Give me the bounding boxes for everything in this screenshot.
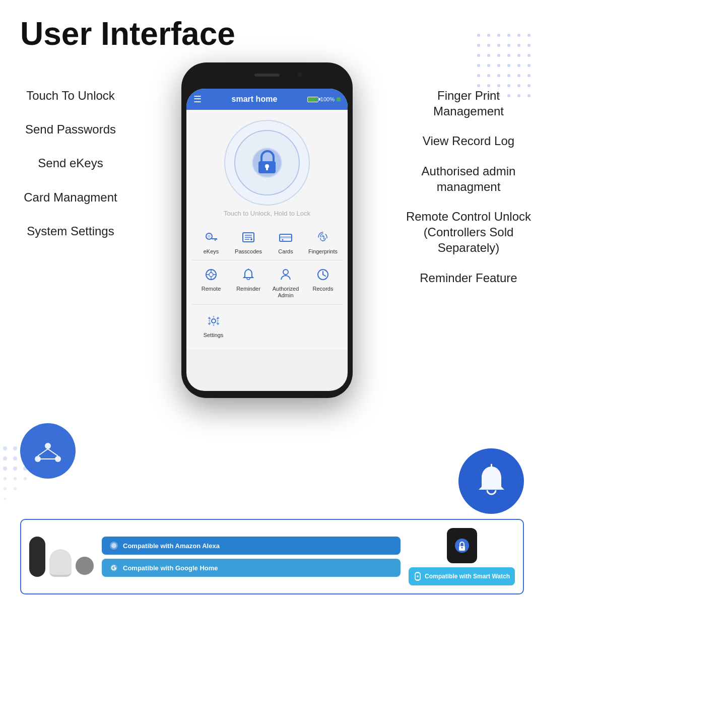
svg-point-89 <box>4 498 7 500</box>
phone-device: ☰ smart home 100% <box>181 62 353 398</box>
svg-point-56 <box>250 238 252 240</box>
feature-touch-unlock: Touch To Unlock <box>10 88 131 103</box>
reminder-label: Reminder <box>236 286 260 292</box>
authorized-admin-icon <box>277 266 295 284</box>
alexa-icon <box>109 541 119 551</box>
feature-send-ekeys: Send eKeys <box>10 155 131 171</box>
phone-column: ☰ smart home 100% <box>131 57 403 398</box>
watch-lock-icon <box>453 537 471 555</box>
svg-point-6 <box>477 44 480 47</box>
records-icon <box>314 266 332 284</box>
cards-icon <box>277 228 295 246</box>
svg-point-14 <box>497 54 500 57</box>
remote-icon <box>202 266 220 284</box>
svg-point-2 <box>497 34 500 37</box>
lock-icon <box>249 145 285 180</box>
svg-point-103 <box>461 547 462 549</box>
fingerprints-label: Fingerprints <box>308 248 338 255</box>
settings-row: Settings <box>191 306 343 345</box>
svg-rect-46 <box>266 167 268 170</box>
phone-speaker <box>254 74 280 77</box>
svg-point-87 <box>4 487 7 490</box>
feature-remote-control: Remote Control Unlock (Controllers Sold … <box>403 209 534 256</box>
app-header: ☰ smart home 100% <box>186 89 348 110</box>
svg-point-1 <box>487 34 490 37</box>
bottom-circles-row <box>10 398 534 514</box>
feature-reminder: Reminder Feature <box>403 270 534 286</box>
phone-screen: ☰ smart home 100% <box>186 89 348 391</box>
watch-section: Compatible with Smart Watch <box>409 528 515 585</box>
settings-icon <box>205 312 223 330</box>
ekeys-button[interactable]: eKeys <box>193 224 229 259</box>
battery-icon <box>307 97 318 102</box>
svg-point-13 <box>487 54 490 57</box>
feature-send-passwords: Send Passwords <box>10 121 131 137</box>
passcodes-label: Passcodes <box>235 248 262 255</box>
svg-point-84 <box>4 477 7 480</box>
network-circle <box>20 423 76 479</box>
compatibility-box: Compatible with Amazon Alexa Compatible … <box>20 519 524 594</box>
passcodes-button[interactable]: Passcodes <box>231 224 266 259</box>
hamburger-icon[interactable]: ☰ <box>193 94 202 105</box>
battery-text: 100% <box>320 96 335 102</box>
authorized-admin-button[interactable]: Authorized Admin <box>268 261 303 303</box>
svg-rect-58 <box>280 236 292 238</box>
google-home-device <box>49 549 72 577</box>
fingerprints-icon <box>314 228 332 246</box>
feature-system-settings: System Settings <box>10 223 131 239</box>
passcodes-icon <box>239 228 257 246</box>
ekeys-icon <box>202 228 220 246</box>
feature-authorised-admin: Authorised admin managment <box>403 163 534 194</box>
touch-hint: Touch to Unlock, Hold to Lock <box>224 210 310 217</box>
app-title: smart home <box>232 95 278 104</box>
reminder-button[interactable]: Reminder <box>231 261 266 303</box>
svg-point-3 <box>507 34 510 37</box>
svg-point-71 <box>212 319 216 323</box>
battery-dot <box>337 97 341 101</box>
google-badge: Compatible with Google Home <box>102 559 401 577</box>
svg-line-93 <box>38 449 48 456</box>
remote-label: Remote <box>202 286 221 292</box>
remote-button[interactable]: Remote <box>193 261 229 303</box>
cards-button[interactable]: Cards <box>268 224 303 259</box>
phone-camera <box>297 72 302 77</box>
svg-point-4 <box>517 34 520 37</box>
authorized-admin-label: Authorized Admin <box>270 286 301 299</box>
svg-point-61 <box>209 273 213 277</box>
bell-icon-large <box>473 462 510 500</box>
google-label: Compatible with Google Home <box>123 564 218 572</box>
svg-point-67 <box>283 270 288 275</box>
alexa-label: Compatible with Amazon Alexa <box>123 542 220 550</box>
svg-point-9 <box>507 44 510 47</box>
grid-divider-1 <box>191 260 343 260</box>
battery-fill <box>308 97 317 102</box>
svg-point-107 <box>417 575 419 577</box>
lock-circle-inner[interactable] <box>234 130 300 195</box>
fingerprints-button[interactable]: Fingerprints <box>305 224 341 259</box>
lock-circle-outer[interactable] <box>224 120 310 206</box>
phone-notch <box>234 70 300 84</box>
settings-button[interactable]: Settings <box>195 308 231 343</box>
svg-point-5 <box>527 34 531 37</box>
feature-fingerprint: Finger Print Management <box>403 88 534 119</box>
icon-grid-row2: Remote Reminder <box>191 261 343 303</box>
svg-point-16 <box>517 54 520 57</box>
bell-circle <box>458 448 524 514</box>
svg-point-98 <box>111 543 116 548</box>
svg-point-72 <box>3 446 7 450</box>
grid-divider-2 <box>191 304 343 305</box>
main-layout: Touch To Unlock Send Passwords Send eKey… <box>0 57 544 398</box>
svg-point-7 <box>487 44 490 47</box>
feature-view-record-log: View Record Log <box>403 133 534 149</box>
svg-point-11 <box>527 44 531 47</box>
records-label: Records <box>313 286 334 292</box>
svg-point-59 <box>282 239 284 241</box>
page-title: User Interface <box>0 0 544 57</box>
svg-point-90 <box>45 443 51 449</box>
records-button[interactable]: Records <box>305 261 341 303</box>
svg-point-17 <box>527 54 531 57</box>
ekeys-label: eKeys <box>204 248 219 255</box>
svg-point-10 <box>517 44 520 47</box>
google-icon <box>109 563 119 573</box>
svg-point-12 <box>477 54 480 57</box>
